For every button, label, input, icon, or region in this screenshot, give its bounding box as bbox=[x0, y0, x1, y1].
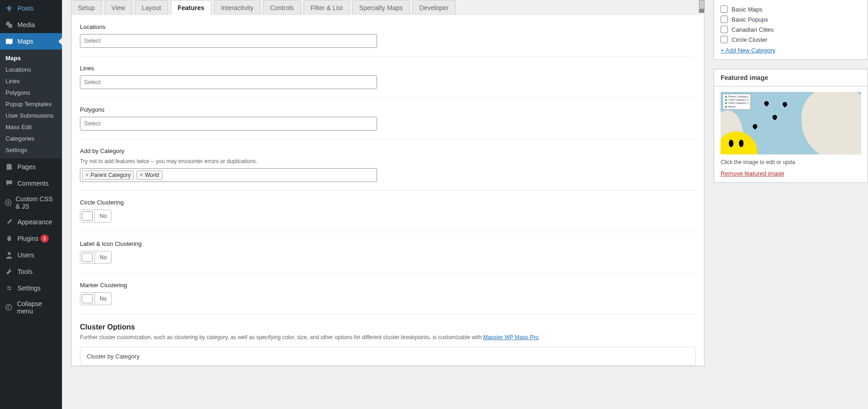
submenu-item-settings[interactable]: Settings bbox=[0, 144, 62, 156]
remove-tag-icon[interactable]: × bbox=[140, 172, 143, 178]
sidebar-item-appearance[interactable]: Appearance bbox=[0, 214, 62, 230]
category-basic-popups[interactable]: Basic Popups bbox=[721, 16, 861, 23]
add-by-category-select[interactable]: ×Parent Category ×World bbox=[80, 168, 377, 182]
collapse-icon bbox=[5, 303, 13, 312]
media-icon bbox=[5, 20, 14, 29]
sidebar-item-label: Posts bbox=[17, 5, 34, 12]
categories-box: Basic Maps Basic Popups Canadian Cities … bbox=[714, 0, 868, 60]
plugins-badge: 3 bbox=[40, 234, 49, 243]
label-icon-clustering-toggle[interactable]: No bbox=[80, 251, 112, 264]
lines-label: Lines bbox=[80, 65, 696, 72]
tab-specialty-maps[interactable]: Specialty Maps bbox=[352, 0, 410, 15]
category-label: Canadian Cities bbox=[732, 26, 774, 33]
tab-view[interactable]: View bbox=[105, 0, 132, 15]
right-column: Basic Maps Basic Popups Canadian Cities … bbox=[714, 0, 868, 409]
circle-clustering-toggle[interactable]: No bbox=[80, 210, 112, 222]
sidebar-item-settings[interactable]: Settings bbox=[0, 280, 62, 296]
polygons-select[interactable]: Select bbox=[80, 117, 377, 131]
sidebar-item-label: Plugins bbox=[17, 235, 39, 242]
submenu-item-lines[interactable]: Lines bbox=[0, 75, 62, 87]
sidebar-item-posts[interactable]: Posts bbox=[0, 0, 62, 17]
locations-label: Locations bbox=[80, 23, 696, 30]
submenu-item-user-submissions[interactable]: User Submissions bbox=[0, 110, 62, 121]
category-label: Basic Popups bbox=[732, 16, 768, 23]
sidebar-item-label: Media bbox=[17, 21, 35, 28]
category-basic-maps[interactable]: Basic Maps bbox=[721, 6, 861, 13]
submenu-item-maps[interactable]: Maps bbox=[0, 52, 62, 64]
cluster-options-heading: Cluster Options bbox=[80, 323, 696, 331]
featured-image-box: Featured image Parent Category Child Cat… bbox=[714, 69, 868, 183]
tag-parent-category[interactable]: ×Parent Category bbox=[82, 170, 134, 180]
label-icon-clustering-label: Label & Icon Clustering bbox=[80, 240, 696, 247]
svg-point-1 bbox=[8, 252, 11, 255]
cluster-help-post: . bbox=[538, 334, 540, 341]
sidebar-item-pages[interactable]: Pages bbox=[0, 159, 62, 175]
category-checkbox[interactable] bbox=[721, 16, 728, 23]
mapster-pro-link[interactable]: Mapster WP Maps Pro bbox=[483, 334, 538, 341]
admin-sidebar: Posts Media Maps Maps Locations Lines Po… bbox=[0, 0, 62, 409]
tab-developer[interactable]: Developer bbox=[412, 0, 456, 15]
brush-icon bbox=[5, 217, 14, 227]
submenu-item-categories[interactable]: Categories bbox=[0, 133, 62, 144]
add-new-category-link[interactable]: + Add New Category bbox=[721, 47, 776, 54]
tab-controls[interactable]: Controls bbox=[263, 0, 301, 15]
sidebar-submenu: Maps Locations Lines Polygons Popup Temp… bbox=[0, 50, 62, 159]
category-circle-cluster[interactable]: Circle Cluster bbox=[721, 36, 861, 43]
sidebar-item-plugins[interactable]: Plugins 3 bbox=[0, 230, 62, 247]
features-panel: Locations Select Lines Select Polygons S… bbox=[71, 15, 705, 366]
sidebar-item-label: Collapse menu bbox=[17, 300, 57, 315]
sidebar-item-label: Custom CSS & JS bbox=[16, 195, 57, 210]
tab-setup[interactable]: Setup bbox=[71, 0, 102, 15]
sidebar-item-label: Settings bbox=[17, 284, 41, 292]
thumb-legend: Parent Category Child Category 2 Child C… bbox=[722, 94, 751, 110]
tab-features[interactable]: Features bbox=[171, 0, 211, 15]
remove-featured-image-link[interactable]: Remove featured image bbox=[721, 170, 784, 177]
sidebar-item-label: Pages bbox=[17, 163, 36, 170]
sidebar-item-media[interactable]: Media bbox=[0, 17, 62, 33]
tag-world[interactable]: ×World bbox=[136, 170, 162, 180]
plug-icon bbox=[5, 234, 14, 243]
sidebar-item-label: Appearance bbox=[17, 218, 52, 226]
add-by-category-label: Add by Category bbox=[80, 148, 696, 154]
cluster-by-category-label: Cluster by Category bbox=[87, 353, 140, 360]
tabs: Setup View Layout Features Interactivity… bbox=[71, 0, 705, 15]
sidebar-item-label: Comments bbox=[17, 180, 49, 187]
category-checkbox[interactable] bbox=[721, 26, 728, 33]
add-by-category-help: Try not to add features twice -- you may… bbox=[80, 158, 696, 165]
cluster-help-text: Further cluster customization, such as c… bbox=[80, 334, 483, 341]
circle-clustering-label: Circle Clustering bbox=[80, 199, 696, 206]
sidebar-item-comments[interactable]: Comments bbox=[0, 175, 62, 192]
marker-clustering-label: Marker Clustering bbox=[80, 282, 696, 289]
tab-interactivity[interactable]: Interactivity bbox=[214, 0, 260, 15]
remove-tag-icon[interactable]: × bbox=[85, 172, 89, 178]
cluster-options-section: Cluster Options Further cluster customiz… bbox=[80, 323, 696, 366]
lines-select[interactable]: Select bbox=[80, 75, 377, 89]
submenu-item-locations[interactable]: Locations bbox=[0, 64, 62, 75]
submenu-item-polygons[interactable]: Polygons bbox=[0, 87, 62, 98]
sidebar-item-custom-css-js[interactable]: Custom CSS & JS bbox=[0, 192, 62, 214]
sidebar-item-users[interactable]: Users bbox=[0, 247, 62, 263]
svg-point-4 bbox=[6, 305, 12, 311]
submenu-item-popup-templates[interactable]: Popup Templates bbox=[0, 98, 62, 110]
cluster-options-help: Further cluster customization, such as c… bbox=[80, 334, 696, 341]
pin-icon bbox=[5, 4, 14, 13]
sidebar-item-collapse[interactable]: Collapse menu bbox=[0, 296, 62, 318]
map-pin-icon bbox=[782, 101, 788, 108]
sidebar-item-label: Users bbox=[17, 251, 34, 259]
map-icon bbox=[5, 37, 14, 46]
sidebar-item-tools[interactable]: Tools bbox=[0, 263, 62, 280]
marker-clustering-toggle[interactable]: No bbox=[80, 292, 112, 305]
tag-label: Parent Category bbox=[90, 172, 130, 178]
category-checkbox[interactable] bbox=[721, 6, 728, 13]
tabs-scroll[interactable] bbox=[699, 0, 705, 13]
user-icon bbox=[5, 250, 14, 260]
category-label: Circle Cluster bbox=[732, 36, 767, 43]
submenu-item-mass-edit[interactable]: Mass Edit bbox=[0, 121, 62, 133]
locations-select[interactable]: Select bbox=[80, 34, 377, 48]
tab-layout[interactable]: Layout bbox=[135, 0, 168, 15]
featured-image-thumbnail[interactable]: Parent Category Child Category 2 Child C… bbox=[721, 92, 861, 154]
category-checkbox[interactable] bbox=[721, 36, 728, 43]
tab-filter-list[interactable]: Filter & List bbox=[304, 0, 349, 15]
category-canadian-cities[interactable]: Canadian Cities bbox=[721, 26, 861, 33]
sidebar-item-maps[interactable]: Maps bbox=[0, 33, 62, 50]
